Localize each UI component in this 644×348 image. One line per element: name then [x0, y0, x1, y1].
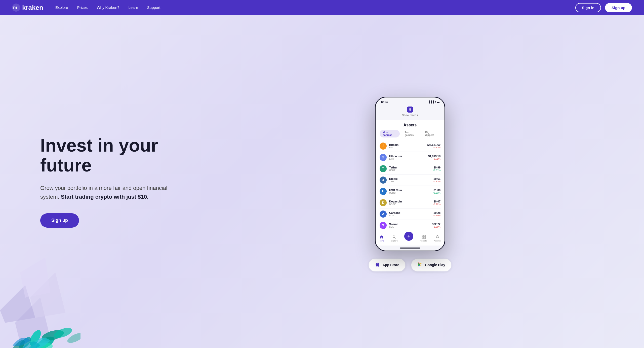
status-icons: ▐▐▐ ▾ ▬	[428, 100, 439, 103]
price-change: -0.60%	[433, 214, 440, 217]
crypto-item-sol[interactable]: S Solana SOL $22.72 -1.09%	[380, 220, 440, 231]
search-icon	[392, 235, 396, 239]
crypto-item-doge[interactable]: D Dogecoin DOGE $0.07 -1.22%	[380, 197, 440, 208]
tab-most-popular[interactable]: Most popular	[380, 130, 400, 137]
crypto-price: $0.99 +0.01%	[433, 166, 440, 171]
svg-point-13	[66, 331, 80, 345]
crypto-symbol: ADA	[389, 214, 433, 217]
price-value: $1,813.18	[428, 155, 440, 158]
price-value: $1.00	[433, 189, 440, 192]
crypto-name: Ethereum	[389, 155, 428, 158]
crypto-info: USD Coin USDC	[389, 189, 433, 194]
hero-phone-section: 12:04 ▐▐▐ ▾ ▬	[176, 92, 644, 272]
crypto-info: Tether USDT	[389, 166, 433, 171]
crypto-icon-doge: D	[380, 199, 387, 206]
logo-text: kraken	[22, 4, 43, 12]
crypto-item-xrp[interactable]: X Ripple XRP $0.61 -1.82%	[380, 175, 440, 186]
crypto-item-usdc[interactable]: U USD Coin USDC $1.00 +0.01%	[380, 186, 440, 197]
crypto-icon-sol: S	[380, 222, 387, 229]
crypto-symbol: SOL	[389, 226, 432, 228]
price-change: +0.01%	[433, 169, 440, 171]
app-download-buttons: App Store Google Play	[368, 258, 452, 272]
price-change: -0.72%	[428, 158, 440, 160]
signup-nav-button[interactable]: Sign up	[605, 3, 632, 12]
crypto-info: Bitcoin BTC	[389, 143, 427, 149]
nav-prices[interactable]: Prices	[77, 5, 88, 10]
crypto-info: Cardano ADA	[389, 211, 433, 217]
phone-app-logo	[407, 107, 413, 113]
crypto-price: $0.07 -1.22%	[433, 200, 440, 205]
account-icon	[435, 235, 440, 239]
trade-center-icon	[404, 232, 413, 241]
svg-point-8	[41, 328, 65, 343]
tab-big-dippers[interactable]: Big dippers	[422, 130, 440, 137]
crypto-price: $28,621.60 -0.52%	[427, 143, 440, 149]
phone-header: Show more ▾	[376, 105, 445, 120]
signup-hero-button[interactable]: Sign up	[40, 213, 79, 228]
crypto-icon-xrp: X	[380, 177, 387, 184]
svg-marker-4	[0, 285, 35, 323]
crypto-info: Dogecoin DOGE	[389, 200, 433, 205]
crypto-icon-btc: ₿	[380, 143, 387, 150]
phone-nav-explore[interactable]: Explore	[391, 235, 398, 242]
crypto-item-ada[interactable]: A Cardano ADA $0.28 -0.60%	[380, 208, 440, 220]
hero-title: Invest in your future	[40, 135, 176, 175]
crypto-price: $22.72 -1.09%	[432, 223, 440, 228]
crypto-symbol: ETH	[389, 158, 428, 160]
crypto-info: Solana SOL	[389, 223, 432, 228]
svg-point-7	[27, 328, 43, 348]
assets-section: Assets Most popular Top gainers Big dipp…	[376, 120, 445, 232]
crypto-item-eth[interactable]: Ξ Ethereum ETH $1,813.18 -0.72%	[380, 152, 440, 163]
hero-decoration-left	[0, 222, 80, 348]
tab-top-gainers[interactable]: Top gainers	[402, 130, 420, 137]
crypto-symbol: USDC	[389, 192, 433, 194]
phone-mockup: 12:04 ▐▐▐ ▾ ▬	[375, 97, 445, 251]
logo[interactable]: m kraken	[12, 4, 43, 12]
portfolio-icon	[421, 235, 426, 239]
crypto-name: USD Coin	[389, 189, 433, 192]
phone-nav-account[interactable]: Account	[434, 235, 441, 242]
assets-tabs: Most popular Top gainers Big dippers	[380, 130, 440, 137]
crypto-symbol: DOGE	[389, 203, 433, 205]
nav-learn[interactable]: Learn	[128, 5, 138, 10]
crypto-info: Ethereum ETH	[389, 155, 428, 160]
nav-links: Explore Prices Why Kraken? Learn Support	[55, 5, 575, 10]
price-change: -0.52%	[427, 146, 440, 149]
svg-point-12	[8, 338, 27, 348]
svg-point-14	[409, 108, 411, 110]
svg-point-10	[53, 326, 73, 340]
phone-nav-home[interactable]: Home	[379, 235, 384, 242]
svg-line-17	[395, 237, 396, 238]
phone-nav-portfolio[interactable]: Portfolio	[420, 235, 427, 242]
svg-point-11	[27, 341, 53, 348]
assets-title: Assets	[380, 123, 440, 127]
google-play-button[interactable]: Google Play	[411, 258, 452, 272]
wifi-icon: ▾	[435, 100, 436, 103]
crypto-symbol: BTC	[389, 146, 427, 149]
crypto-icon-eth: Ξ	[380, 154, 387, 161]
signal-icon: ▐▐▐	[428, 100, 434, 103]
price-value: $0.61	[433, 177, 440, 180]
nav-explore[interactable]: Explore	[55, 5, 68, 10]
svg-rect-20	[422, 235, 423, 237]
price-value: $22.72	[432, 223, 440, 226]
nav-why-kraken[interactable]: Why Kraken?	[97, 5, 119, 10]
crypto-item-btc[interactable]: ₿ Bitcoin BTC $28,621.60 -0.52%	[380, 141, 440, 152]
crypto-name: Bitcoin	[389, 143, 427, 146]
phone-status-bar: 12:04 ▐▐▐ ▾ ▬	[376, 97, 445, 105]
crypto-symbol: USDT	[389, 169, 433, 171]
crypto-icon-usdc: U	[380, 188, 387, 195]
phone-nav-trade[interactable]	[404, 235, 413, 242]
signin-button[interactable]: Sign in	[575, 3, 601, 12]
crypto-name: Tether	[389, 166, 433, 169]
app-store-button[interactable]: App Store	[368, 258, 406, 272]
nav-support[interactable]: Support	[147, 5, 160, 10]
show-more[interactable]: Show more ▾	[402, 114, 418, 117]
svg-marker-2	[15, 298, 50, 343]
crypto-price: $1,813.18 -0.72%	[428, 155, 440, 160]
home-bar	[400, 248, 420, 249]
crypto-item-usdt[interactable]: T Tether USDT $0.99 +0.01%	[380, 163, 440, 175]
hero-subtitle: Grow your portfolio in a more fair and o…	[40, 184, 171, 201]
crypto-price: $0.28 -0.60%	[433, 211, 440, 217]
crypto-name: Cardano	[389, 211, 433, 214]
